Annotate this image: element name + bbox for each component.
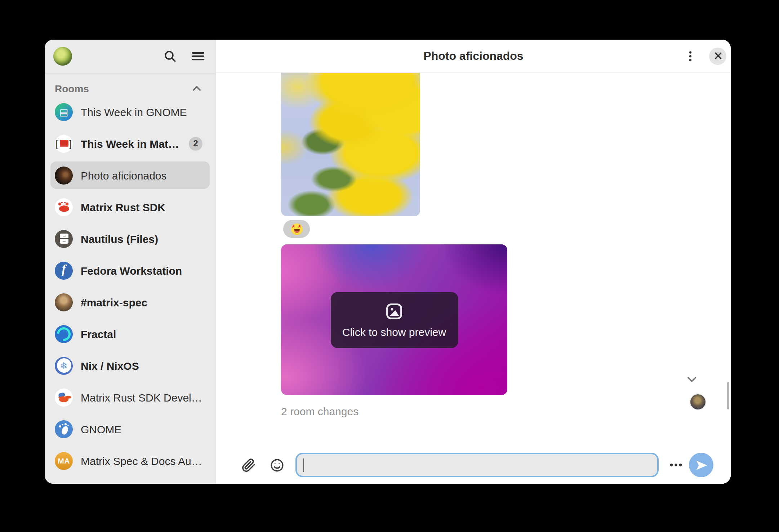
fractal-window: Rooms This Week in GNOME This Week in Ma… xyxy=(45,40,731,484)
room-avatar xyxy=(55,166,73,184)
room-name: Nautilus (Files) xyxy=(81,232,205,245)
collapse-rooms-button[interactable] xyxy=(188,80,205,97)
room-avatar xyxy=(55,325,73,343)
sidebar-room-nix-nixos[interactable]: Nix / NixOS xyxy=(50,352,210,379)
room-name: Photo aficionados xyxy=(81,169,205,181)
rooms-section-label: Rooms xyxy=(55,83,89,94)
room-avatar xyxy=(55,293,73,311)
star-struck-emoji-icon xyxy=(291,223,302,235)
send-button[interactable] xyxy=(689,453,713,477)
reaction-row xyxy=(281,220,731,238)
message-composer xyxy=(216,446,731,484)
sidebar-room-fedora-workstation[interactable]: Fedora Workstation xyxy=(50,257,210,284)
sidebar-room-fractal[interactable]: Fractal xyxy=(50,320,210,347)
chevron-down-icon xyxy=(685,372,699,386)
sidebar-room-this-week-in-gnome[interactable]: This Week in GNOME xyxy=(50,98,210,125)
sidebar-header xyxy=(45,40,215,73)
blurred-media-card: Click to show preview xyxy=(281,244,507,395)
rooms-section-header[interactable]: Rooms xyxy=(50,79,210,98)
room-avatar xyxy=(55,356,73,374)
room-avatar xyxy=(55,198,73,216)
room-avatar xyxy=(55,420,73,438)
collapsed-events[interactable]: 2 room changes xyxy=(281,404,731,418)
room-name: Fractal xyxy=(81,328,205,340)
show-preview-button[interactable]: Click to show preview xyxy=(330,292,458,348)
sidebar-room-nautilus-files[interactable]: Nautilus (Files) xyxy=(50,225,210,252)
room-list: This Week in GNOME This Week in Mat… 2 P… xyxy=(50,98,210,474)
room-avatar xyxy=(55,261,73,279)
room-avatar xyxy=(55,230,73,248)
sidebar-room-this-week-in-mat[interactable]: This Week in Mat… 2 xyxy=(50,130,210,157)
search-icon xyxy=(163,49,177,63)
room-menu-button[interactable] xyxy=(682,47,699,65)
paperclip-icon xyxy=(240,457,255,473)
send-icon xyxy=(695,459,707,471)
sidebar-room-matrix-rust-sdk[interactable]: Matrix Rust SDK xyxy=(50,193,210,221)
room-name: Nix / NixOS xyxy=(81,359,205,372)
room-name: Matrix Rust SDK xyxy=(81,201,205,213)
room-header: Photo aficionados xyxy=(216,40,731,73)
chevron-up-icon xyxy=(190,82,203,95)
message-image-mimosa[interactable] xyxy=(281,73,420,216)
room-avatar xyxy=(55,134,73,152)
message-input[interactable] xyxy=(295,453,659,477)
room-name: Fedora Workstation xyxy=(81,264,205,276)
room-name: #matrix-spec xyxy=(81,296,205,308)
ellipsis-icon xyxy=(669,458,683,472)
room-name: This Week in Mat… xyxy=(81,137,183,150)
sidebar-room-matrix-spec[interactable]: #matrix-spec xyxy=(50,288,210,316)
user-avatar[interactable] xyxy=(53,47,72,66)
room-avatar xyxy=(55,103,73,121)
image-frame-icon xyxy=(385,302,404,320)
unread-badge: 2 xyxy=(189,137,202,150)
hamburger-icon xyxy=(191,49,205,63)
text-caret xyxy=(303,458,304,472)
main-menu-button[interactable] xyxy=(190,48,207,65)
room-name: GNOME xyxy=(81,423,205,435)
room-avatar: MA xyxy=(55,452,73,470)
timeline-scrollbar[interactable] xyxy=(727,382,729,409)
sidebar: Rooms This Week in GNOME This Week in Ma… xyxy=(45,40,216,484)
search-button[interactable] xyxy=(161,48,179,65)
sidebar-room-matrix-rust-sdk-devel[interactable]: Matrix Rust SDK Devel… xyxy=(50,384,210,411)
room-name: This Week in GNOME xyxy=(81,106,205,118)
screen: Rooms This Week in GNOME This Week in Ma… xyxy=(0,0,779,532)
show-preview-label: Click to show preview xyxy=(342,325,446,338)
reaction-star-struck[interactable] xyxy=(283,220,310,238)
more-options-button[interactable] xyxy=(667,456,685,474)
emoji-button[interactable] xyxy=(268,456,285,474)
room-name: Matrix Spec & Docs Au… xyxy=(81,455,205,467)
room-list-pane: Rooms This Week in GNOME This Week in Ma… xyxy=(45,73,215,484)
room-name: Matrix Rust SDK Devel… xyxy=(81,391,205,403)
room-view: Photo aficionados xyxy=(216,40,731,484)
room-avatar xyxy=(55,388,73,406)
collapsed-events-label: 2 room changes xyxy=(281,405,359,417)
kebab-menu-icon xyxy=(684,49,697,62)
read-marker-avatar xyxy=(690,394,705,409)
smiley-icon xyxy=(269,457,284,473)
page-title: Photo aficionados xyxy=(216,49,731,62)
message-timeline[interactable]: Click to show preview 2 room changes xyxy=(216,73,731,446)
sidebar-room-photo-aficionados[interactable]: Photo aficionados xyxy=(50,161,210,189)
close-icon xyxy=(713,51,722,61)
expand-events-button[interactable] xyxy=(683,371,700,388)
close-button[interactable] xyxy=(709,47,726,65)
sidebar-room-matrix-spec-docs-au[interactable]: MA Matrix Spec & Docs Au… xyxy=(50,447,210,474)
sidebar-room-gnome[interactable]: GNOME xyxy=(50,415,210,443)
attach-button[interactable] xyxy=(239,456,257,474)
